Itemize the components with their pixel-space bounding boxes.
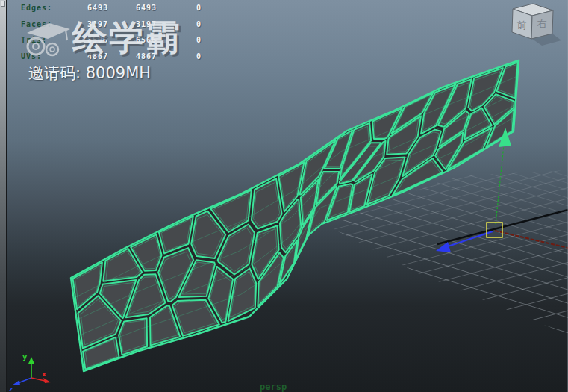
brand-logo-icon: [19, 18, 79, 61]
gizmo-x-label: x: [42, 370, 46, 378]
view-cube-front-label: 前: [517, 19, 527, 31]
view-cube[interactable]: 前 右: [500, 0, 568, 56]
camera-name-label: persp: [260, 382, 287, 392]
watermark-brand-text: 绘学霸: [72, 15, 182, 61]
gizmo-x-axis: [31, 378, 45, 381]
maya-viewport[interactable]: y x z Edges: 6493 6493 0 Faces: 3197 319…: [0, 0, 568, 392]
voronoi-fracture-mesh[interactable]: [71, 60, 519, 371]
axis-gizmo: y x z: [9, 353, 51, 392]
gizmo-z-label: z: [9, 385, 13, 392]
panel-grip-icon: [1, 1, 5, 7]
gizmo-z-axis: [18, 378, 31, 383]
gizmo-y-arrow-icon: [28, 357, 34, 364]
gizmo-x-arrow-icon: [43, 378, 51, 383]
view-cube-right-label: 右: [537, 18, 547, 29]
gizmo-z-arrow-icon: [12, 380, 20, 385]
watermark-invite-code: 邀请码: 8009MH: [28, 63, 151, 84]
panel-edge-divider[interactable]: [0, 0, 7, 392]
gizmo-y-label: y: [22, 353, 27, 361]
